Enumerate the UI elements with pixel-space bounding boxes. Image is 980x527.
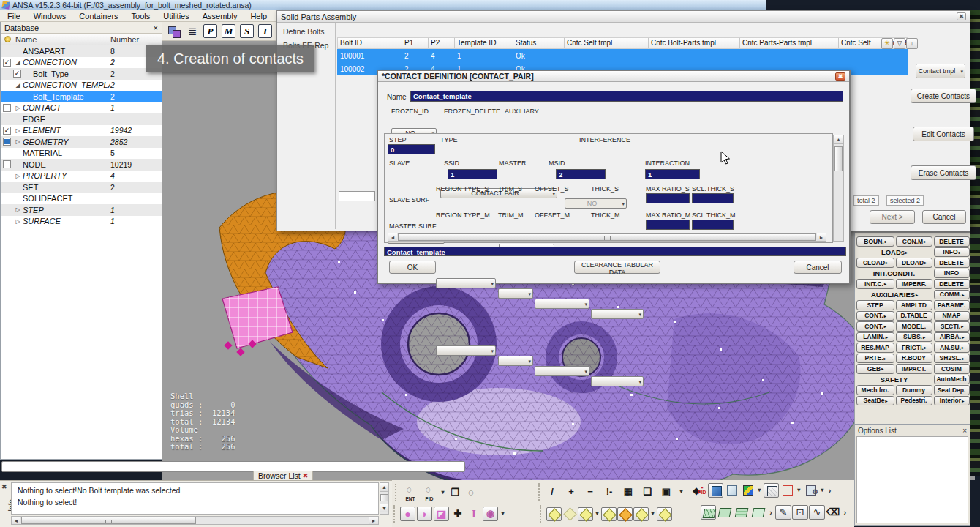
deck-seatbe[interactable]: SeatBe ▸ <box>856 396 894 406</box>
tool-more-mesh-styles[interactable]: › <box>767 505 774 520</box>
deck-res-map[interactable]: RES.MAP <box>856 343 894 353</box>
tool-wireframe-view[interactable] <box>780 483 795 498</box>
tree-row-connection[interactable]: ✓ ◢ CONNECTION 2 <box>1 57 162 69</box>
deck-lamin[interactable]: LAMIN. ▸ <box>856 332 894 343</box>
tool-plane-dropdown-2[interactable]: ▾ <box>649 507 656 521</box>
group-vertical-scrollbar[interactable]: ▲ <box>833 135 844 242</box>
group-horizontal-scrollbar[interactable]: ◄ ► <box>388 233 826 242</box>
expand-arrow-icon[interactable]: ▷ <box>13 218 23 225</box>
expand-arrow-icon[interactable]: ▷ <box>13 105 23 111</box>
scroll-thumb[interactable] <box>21 517 196 524</box>
row-checkbox[interactable]: ✓ <box>13 70 21 78</box>
toolbar-letter-i[interactable]: I <box>258 24 272 38</box>
tree-row-ansapart[interactable]: ANSAPART 8 <box>1 45 162 57</box>
contact-tmpl-dropdown[interactable]: Contact tmpl <box>916 64 965 78</box>
tool-shaded-view[interactable] <box>708 483 723 498</box>
tool-more-views[interactable]: › <box>826 483 834 498</box>
offset-m-dropdown[interactable] <box>535 366 589 376</box>
scroll-up-icon[interactable]: ▲ <box>380 483 388 492</box>
tool-point-tool[interactable]: ⊡ <box>792 505 808 520</box>
tool-sphere-section[interactable]: ◉ <box>483 507 498 521</box>
menu-containers[interactable]: Containers <box>73 11 124 21</box>
max-ratio-m-field[interactable] <box>646 220 690 230</box>
options-list-body[interactable] <box>856 436 968 523</box>
tool-copy-tool[interactable]: ❏ <box>640 485 655 499</box>
menu-tools[interactable]: Tools <box>126 11 157 21</box>
tree-row-connection-template[interactable]: ◢ CONNECTION_TEMPLATE 2 <box>1 80 162 91</box>
tool-plane-tool-5[interactable] <box>657 507 672 521</box>
bolt-filter-field[interactable] <box>339 191 375 201</box>
scroll-down-icon[interactable]: ▼ <box>380 504 388 512</box>
offset-s-dropdown[interactable] <box>535 299 589 309</box>
deck-prte[interactable]: PRTE. ▸ <box>856 354 894 364</box>
tool-mesh-style-3[interactable] <box>734 505 750 520</box>
expand-arrow-icon[interactable]: ◢ <box>13 82 23 89</box>
tool-select-entity-mode[interactable]: ENT <box>402 483 419 502</box>
visibility-bulb-icon[interactable] <box>4 36 11 42</box>
row-checkbox[interactable] <box>3 138 11 146</box>
tree-row-surface[interactable]: ▷ SURFACE 1 <box>1 216 162 228</box>
deck-safety[interactable]: SAFETY <box>856 375 932 385</box>
tool-pid-color-view[interactable] <box>740 483 755 498</box>
tool-plane-tool-4[interactable] <box>633 507 649 521</box>
cancel-button[interactable]: Cancel <box>922 210 966 224</box>
tree-row-edge[interactable]: EDGE <box>1 113 162 125</box>
region-type-m-dropdown[interactable] <box>436 345 496 356</box>
scroll-left-icon[interactable]: ◄ <box>388 233 397 241</box>
deck-secti[interactable]: SECTI. ▸ <box>934 321 970 332</box>
tool-curve-tool[interactable]: ∿ <box>809 505 825 520</box>
tree-row-material[interactable]: MATERIAL 5 <box>1 148 162 160</box>
tool-shaded-wire-view[interactable] <box>724 483 739 498</box>
scroll-thumb[interactable] <box>398 233 816 241</box>
tool-add-tool[interactable]: + <box>564 485 578 499</box>
deck-subs[interactable]: SUBS. ▸ <box>896 332 932 343</box>
tool-view-dropdown-1[interactable]: ▾ <box>756 483 763 498</box>
tool-select-pid-mode[interactable]: PID <box>421 483 438 502</box>
scroll-right-icon[interactable]: ► <box>369 517 378 524</box>
deck-d-table[interactable]: D.TABLE <box>896 311 932 321</box>
next-button[interactable]: Next > <box>870 210 915 224</box>
tool-grid-tool[interactable]: ▦ <box>621 485 636 499</box>
step-field[interactable]: 0 <box>388 144 435 154</box>
deck-delete[interactable]: DELETE <box>934 258 970 268</box>
bolt-row-100001[interactable]: 100001 2 4 1 Ok <box>337 49 908 62</box>
deck-info[interactable]: INFO <box>934 269 970 279</box>
tool-more-draw-tools[interactable]: › <box>841 505 848 520</box>
interference-dropdown[interactable]: NO <box>565 198 627 209</box>
nav-item-define-bolts[interactable]: Define Bolts <box>283 27 328 36</box>
tree-row-node[interactable]: NODE 10219 <box>1 159 162 171</box>
column-number[interactable]: Number <box>110 35 162 44</box>
deck-loads[interactable]: LOADs ▸ <box>856 247 932 258</box>
column-header-cntc-bolt-parts-tmpl[interactable]: Cntc Bolt-Parts tmpl <box>649 38 740 48</box>
scroll-right-icon[interactable]: ► <box>817 233 826 241</box>
column-header-cntc-self[interactable]: Cntc Self <box>839 38 883 48</box>
close-icon[interactable]: ✖ <box>1 483 7 490</box>
cancel-button[interactable]: Cancel <box>794 261 842 274</box>
tool-circle-primitive[interactable]: ● <box>400 507 415 521</box>
row-checkbox[interactable]: ✓ <box>3 127 11 135</box>
expand-arrow-icon[interactable]: ▷ <box>13 206 23 213</box>
tool-subtract-tool[interactable]: − <box>583 485 598 499</box>
name-field[interactable]: Contact_template <box>410 91 843 102</box>
column-header-bolt-id[interactable]: Bolt ID <box>338 38 402 48</box>
erase-contacts-button[interactable]: Erase Contacts <box>911 165 976 180</box>
close-icon[interactable]: × <box>154 23 158 32</box>
tree-row-set[interactable]: SET 2 <box>1 182 162 193</box>
trim-s-dropdown[interactable] <box>498 288 533 299</box>
tool-plane-tool-1[interactable] <box>546 507 562 521</box>
scroll-left-icon[interactable]: ◄ <box>12 517 20 524</box>
tool-view-dropdown-2[interactable]: ▾ <box>796 483 802 498</box>
scl-thick-s-field[interactable] <box>692 193 734 203</box>
close-icon[interactable]: ✖ <box>835 72 845 81</box>
filter-icon[interactable]: ▽ <box>894 38 905 49</box>
deck-cosim[interactable]: COSIM <box>934 364 970 374</box>
deck-automech[interactable]: AutoMech <box>934 375 970 385</box>
toolbar-drag-handle[interactable] <box>393 505 396 523</box>
tree-row-geometry[interactable]: ▷ GEOMETRY 2852 <box>1 136 162 148</box>
close-icon[interactable]: × <box>962 427 967 435</box>
close-icon[interactable]: ✖ <box>957 12 966 20</box>
row-checkbox[interactable]: ✓ <box>3 59 11 67</box>
menu-utilities[interactable]: Utilities <box>157 11 195 21</box>
deck-interior[interactable]: Interior ▸ <box>934 396 970 406</box>
tree-row-bolt-type[interactable]: ✓ Bolt_Type 2 <box>1 68 162 80</box>
